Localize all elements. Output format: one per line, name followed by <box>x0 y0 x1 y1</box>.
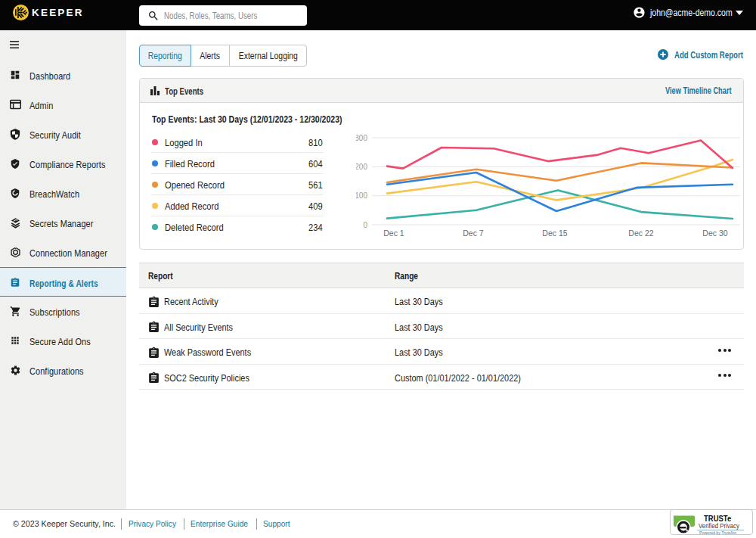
svg-text:Dec 7: Dec 7 <box>463 229 484 238</box>
svg-text:Dec 30: Dec 30 <box>702 229 727 238</box>
svg-text:100: 100 <box>356 191 367 200</box>
svg-text:300: 300 <box>356 134 367 142</box>
svg-text:Dec 15: Dec 15 <box>542 229 567 238</box>
svg-text:0: 0 <box>363 221 367 229</box>
svg-text:Dec 1: Dec 1 <box>383 229 404 238</box>
svg-text:Dec 22: Dec 22 <box>628 229 653 238</box>
svg-text:200: 200 <box>356 163 367 171</box>
